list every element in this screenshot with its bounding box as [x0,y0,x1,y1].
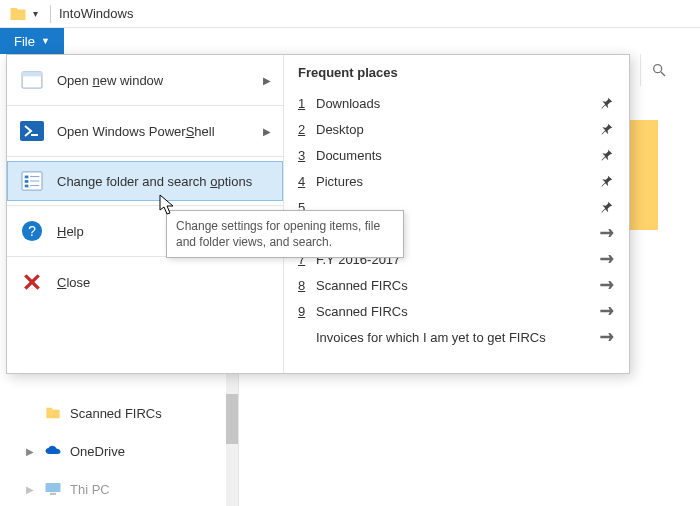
titlebar: ▾ IntoWindows [0,0,700,28]
file-tab-label: File [14,34,35,49]
options-icon [19,168,45,194]
folder-icon [44,404,62,422]
pin-filled-icon[interactable] [597,174,617,188]
chevron-right-icon: ▶ [263,126,271,137]
frequent-places-header: Frequent places [298,65,398,80]
folder-content-peek [628,120,658,230]
frequent-place-label: Documents [316,148,597,163]
chevron-down-icon: ▼ [41,36,50,46]
pin-outline-icon[interactable] [597,227,617,239]
svg-rect-9 [25,185,29,188]
tooltip: Change settings for opening items, file … [166,210,404,258]
frequent-place-label: Scanned FIRCs [316,278,597,293]
nav-scrollbar[interactable] [226,374,238,506]
menu-label: Change folder and search options [57,174,271,189]
frequent-place-num: 9 [298,304,316,319]
svg-rect-8 [25,180,29,183]
svg-rect-7 [25,176,29,179]
frequent-place-num: 8 [298,278,316,293]
svg-text:?: ? [28,224,36,239]
frequent-place-label: Scanned FIRCs [316,304,597,319]
scrollbar-thumb[interactable] [226,394,238,444]
pin-outline-icon[interactable] [597,331,617,343]
nav-tree: Scanned FIRCs ▶ OneDrive ▶ Thi PC [44,400,162,502]
separator [7,105,283,106]
frequent-place-item[interactable]: Invoices for which I am yet to get FIRCs [298,324,617,350]
svg-rect-17 [46,483,61,492]
tree-item-thispc[interactable]: ▶ Thi PC [26,476,162,502]
menu-label: Open new window [57,73,263,88]
ribbon-row: File ▼ [0,28,700,54]
svg-rect-18 [50,493,56,495]
svg-rect-3 [22,72,42,77]
pin-filled-icon[interactable] [597,148,617,162]
file-tab[interactable]: File ▼ [0,28,64,54]
separator [7,156,283,157]
pin-filled-icon[interactable] [597,96,617,110]
menu-label: Close [57,275,271,290]
divider [50,5,51,23]
separator [7,205,283,206]
frequent-place-num: 1 [298,96,316,111]
pin-filled-icon[interactable] [597,200,617,214]
pin-outline-icon[interactable] [597,305,617,317]
window-icon [19,67,45,93]
help-icon: ? [19,218,45,244]
chevron-right-icon[interactable]: ▶ [26,484,36,495]
frequent-place-item[interactable]: 9Scanned FIRCs [298,298,617,324]
svg-line-1 [661,72,665,76]
frequent-place-label: Pictures [316,174,597,189]
menu-open-powershell[interactable]: Open Windows PowerShell ▶ [7,110,283,152]
tree-label: Thi PC [70,482,110,497]
svg-point-0 [654,65,662,73]
search-icon [651,62,667,78]
frequent-place-item[interactable]: 1Downloads [298,90,617,116]
close-icon [19,269,45,295]
chevron-right-icon[interactable]: ▶ [26,446,36,457]
frequent-place-item[interactable]: 4Pictures [298,168,617,194]
frequent-place-num: 3 [298,148,316,163]
menu-change-folder-options[interactable]: Change folder and search options [7,161,283,201]
tree-label: Scanned FIRCs [70,406,162,421]
pin-outline-icon[interactable] [597,253,617,265]
frequent-place-item[interactable]: 8Scanned FIRCs [298,272,617,298]
search-box[interactable] [640,54,700,86]
folder-icon [8,4,28,24]
menu-label: Open Windows PowerShell [57,124,263,139]
tree-item-scanned-fircs[interactable]: Scanned FIRCs [44,400,162,426]
frequent-place-num: 4 [298,174,316,189]
tree-item-onedrive[interactable]: ▶ OneDrive [26,438,162,464]
computer-icon [44,480,62,498]
menu-close[interactable]: Close [7,261,283,303]
frequent-place-item[interactable]: 3Documents [298,142,617,168]
frequent-place-label: Downloads [316,96,597,111]
divider [238,374,239,506]
pin-outline-icon[interactable] [597,279,617,291]
frequent-place-num: 2 [298,122,316,137]
window-title: IntoWindows [59,6,133,21]
pin-filled-icon[interactable] [597,122,617,136]
frequent-place-label: Desktop [316,122,597,137]
menu-open-new-window[interactable]: Open new window ▶ [7,59,283,101]
onedrive-icon [44,442,62,460]
qat-dropdown[interactable]: ▾ [28,8,42,19]
chevron-right-icon: ▶ [263,75,271,86]
frequent-place-item[interactable]: 2Desktop [298,116,617,142]
powershell-icon [19,118,45,144]
tree-label: OneDrive [70,444,125,459]
frequent-place-label: Invoices for which I am yet to get FIRCs [316,330,597,345]
